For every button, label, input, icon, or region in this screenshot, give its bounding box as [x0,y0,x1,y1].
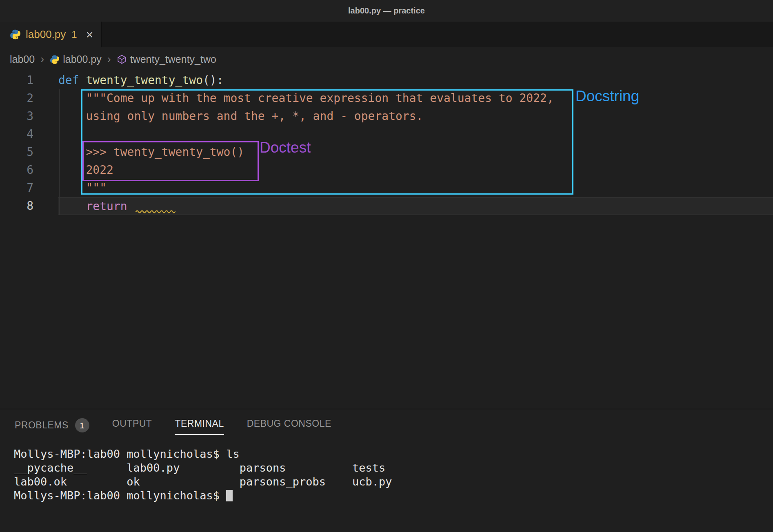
code-line-5[interactable]: 5 >>> twenty_twenty_two() [0,143,773,161]
terminal-prompt-line: Mollys-MBP:lab00 mollynicholas$ [14,489,773,503]
line-number[interactable]: 8 [0,197,58,215]
line-number[interactable]: 4 [0,125,58,143]
code-text: return [58,197,773,215]
code-editor[interactable]: 1 def twenty_twenty_two(): 2 """Come up … [0,71,773,409]
line-number[interactable]: 6 [0,161,58,179]
tab-lab00py[interactable]: lab00.py 1 × [0,22,102,47]
code-line-7[interactable]: 7 """ [0,179,773,197]
code-text: using only numbers and the +, *, and - o… [58,107,773,125]
breadcrumb-symbol-label: twenty_twenty_two [130,53,216,65]
terminal-cursor [226,490,233,501]
code-line-6[interactable]: 6 2022 [0,161,773,179]
terminal-line: lab00.ok ok parsons_probs ucb.py [14,475,773,489]
tab-terminal[interactable]: TERMINAL [175,418,224,435]
window-title: lab00.py — practice [348,6,425,16]
code-line-1[interactable]: 1 def twenty_twenty_two(): [0,71,773,89]
breadcrumb-folder-label: lab00 [10,53,35,65]
breadcrumb-file[interactable]: lab00.py [50,53,102,65]
editor-tab-strip: lab00.py 1 × [0,22,773,47]
doctest-text: >>> twenty_twenty_two() [58,145,244,159]
code-text: >>> twenty_twenty_two() [58,143,773,161]
code-text: 2022 [58,161,773,179]
code-text: """Come up with the most creative expres… [58,89,773,107]
line-number[interactable]: 2 [0,89,58,107]
terminal-line: Mollys-MBP:lab00 mollynicholas$ ls [14,447,773,461]
close-icon[interactable]: × [86,29,93,41]
terminal-output[interactable]: Mollys-MBP:lab00 mollynicholas$ ls __pyc… [14,447,773,503]
breadcrumb-symbol[interactable]: twenty_twenty_two [117,53,216,65]
code-line-8[interactable]: 8 return [0,197,773,215]
tab-output[interactable]: OUTPUT [112,418,152,434]
tab-problem-count: 1 [71,29,77,40]
keyword-return: return [86,200,127,213]
indent [58,200,86,213]
chevron-right-icon: › [106,53,113,66]
symbol-method-icon [117,54,127,64]
docstring-text: """ [58,181,107,195]
line-number[interactable]: 1 [0,71,58,89]
breadcrumb-folder[interactable]: lab00 [10,53,35,65]
code-line-4[interactable]: 4 [0,125,773,143]
terminal-line: __pycache__ lab00.py parsons tests [14,461,773,475]
problems-count-badge: 1 [75,418,89,432]
vscode-window: lab00.py — practice lab00.py 1 × lab00 › [0,0,773,532]
code-line-3[interactable]: 3 using only numbers and the +, *, and -… [0,107,773,125]
problems-label: PROBLEMS [15,420,69,431]
panel-tab-bar: PROBLEMS 1 OUTPUT TERMINAL DEBUG CONSOLE [0,409,773,437]
line-number[interactable]: 5 [0,143,58,161]
line-number[interactable]: 3 [0,107,58,125]
tab-label: lab00.py [26,28,66,41]
python-file-icon [50,55,60,64]
keyword-def: def [58,73,86,87]
breadcrumb: lab00 › lab00.py › twenty_twenty_two [0,47,773,71]
code-text: def twenty_twenty_two(): [58,71,773,89]
bottom-panel: PROBLEMS 1 OUTPUT TERMINAL DEBUG CONSOLE… [0,409,773,532]
tab-problems[interactable]: PROBLEMS 1 [15,418,89,437]
doctest-text: 2022 [58,163,113,177]
function-name: twenty_twenty_two [86,73,203,87]
python-file-icon [10,29,21,40]
code-line-2[interactable]: 2 """Come up with the most creative expr… [0,89,773,107]
tab-debug-console[interactable]: DEBUG CONSOLE [247,418,331,434]
chevron-right-icon: › [39,53,46,66]
titlebar: lab00.py — practice [0,0,773,22]
docstring-text: """Come up with the most creative expres… [58,91,554,105]
docstring-text: using only numbers and the +, *, and - o… [58,109,423,123]
code-text: """ [58,179,773,197]
line-number[interactable]: 7 [0,179,58,197]
punctuation: (): [203,73,224,87]
terminal-prompt: Mollys-MBP:lab00 mollynicholas$ [14,489,226,502]
breadcrumb-file-label: lab00.py [63,53,102,65]
code-text [58,125,773,143]
